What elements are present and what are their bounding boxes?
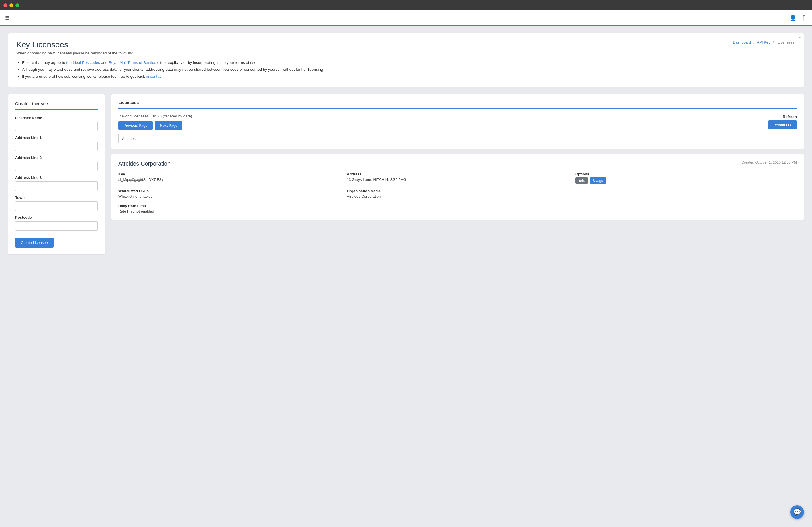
info-list-item-3: If you are unsure of how sublicensing wo… — [22, 73, 796, 80]
town-input[interactable] — [15, 201, 98, 211]
in-contact-link[interactable]: in contact — [146, 74, 162, 78]
page-title: Key Licensees — [16, 40, 796, 49]
address-line1-group: Address Line 1 — [15, 136, 98, 151]
key-label: Key — [118, 172, 340, 176]
address-line2-label: Address Line 2 — [15, 156, 98, 160]
options-field: Options Edit Usage — [575, 172, 797, 184]
usage-button[interactable]: Usage — [590, 177, 607, 184]
breadcrumb-dashboard[interactable]: Dashboard — [733, 40, 751, 44]
organisation-name-field: Organisation Name Atreides Corporation — [347, 189, 568, 199]
edit-button[interactable]: Edit — [575, 177, 588, 184]
town-group: Town — [15, 195, 98, 211]
breadcrumb-licensees: Licensees — [778, 40, 794, 44]
create-licensee-title: Create Licensee — [15, 101, 98, 110]
licensee-company-name: Atreides Corporation — [118, 160, 170, 167]
navbar-right: 👤 ⭱ — [789, 15, 807, 21]
licensees-panel: Licensees Viewing licensees 1 to 25 (ord… — [111, 94, 804, 220]
key-field: Key sl_kfqop0gxgt9SiLDX7IE8x — [118, 172, 340, 184]
daily-rate-limit-value: Rate limit not enabled — [118, 209, 340, 214]
main-content: ↗ Key Licensees When onboarding new lice… — [0, 26, 812, 262]
address-line1-label: Address Line 1 — [15, 136, 98, 140]
licensees-top-section: Licensees Viewing licensees 1 to 25 (ord… — [111, 94, 804, 149]
info-list-item-2: Although you may warehouse and retrieve … — [22, 66, 796, 73]
options-group: Edit Usage — [575, 177, 797, 184]
logout-icon[interactable]: ⭱ — [801, 15, 807, 21]
address-line2-input[interactable] — [15, 162, 98, 171]
postcode-group: Postcode — [15, 215, 98, 231]
address-line3-input[interactable] — [15, 181, 98, 191]
licensee-card-header: Atreides Corporation Created October 1, … — [118, 160, 797, 167]
whitelisted-urls-label: Whitelisted URLs — [118, 189, 340, 193]
licensee-created-date: Created October 1, 2020 12:36 PM — [741, 160, 797, 164]
page-subtitle: When onboarding new licensees please be … — [16, 51, 796, 55]
close-button[interactable] — [3, 3, 7, 7]
licensee-name-input[interactable] — [15, 122, 98, 131]
info-list-item-1: Ensure that they agree to the Ideal Post… — [22, 59, 796, 66]
grid-spacer-1 — [575, 189, 797, 199]
key-value: sl_kfqop0gxgt9SiLDX7IE8x — [118, 177, 340, 182]
whitelisted-urls-field: Whitelisted URLs Whitelist not enabled — [118, 189, 340, 199]
viewing-row: Viewing licensees 1 to 25 (ordered by da… — [118, 114, 797, 130]
next-page-button[interactable]: Next Page — [155, 121, 183, 130]
ideal-postcodes-link[interactable]: the Ideal Postcodes — [66, 60, 100, 65]
royal-mail-link[interactable]: Royal Mail Terms of Service — [108, 60, 156, 65]
refresh-label: Refresh — [768, 115, 797, 119]
two-column-layout: Create Licensee Licensee Name Address Li… — [8, 94, 804, 255]
info-card: ↗ Key Licensees When onboarding new lice… — [8, 33, 804, 87]
daily-rate-limit-label: Daily Rate Limit — [118, 204, 340, 208]
address-line3-label: Address Line 3 — [15, 175, 98, 180]
licensee-detail-card: Atreides Corporation Created October 1, … — [111, 154, 804, 220]
create-licensee-button[interactable]: Create Licensee — [15, 238, 54, 248]
create-licensee-panel: Create Licensee Licensee Name Address Li… — [8, 94, 105, 255]
previous-page-button[interactable]: Previous Page — [118, 121, 153, 130]
options-label: Options — [575, 172, 797, 176]
address-label: Address — [347, 172, 568, 176]
breadcrumb-api-key[interactable]: API Key — [757, 40, 770, 44]
maximize-button[interactable] — [15, 3, 19, 7]
address-line2-group: Address Line 2 — [15, 156, 98, 171]
organisation-name-label: Organisation Name — [347, 189, 568, 193]
refresh-group: Refresh Reload List — [768, 115, 797, 129]
address-value: 13 Grays Lane, HITCHIN, SG5 2HG — [347, 177, 568, 182]
breadcrumb-sep-1: / — [753, 40, 755, 44]
titlebar — [0, 0, 812, 10]
licensees-panel-title: Licensees — [118, 100, 797, 109]
town-label: Town — [15, 195, 98, 200]
hamburger-menu-icon[interactable]: ☰ — [5, 15, 10, 21]
breadcrumb: Dashboard / API Key / Licensees — [733, 40, 796, 44]
licensee-details-grid: Key sl_kfqop0gxgt9SiLDX7IE8x Address 13 … — [118, 172, 797, 214]
expand-icon[interactable]: ↗ — [798, 36, 801, 40]
minimize-button[interactable] — [10, 3, 13, 7]
reload-list-button[interactable]: Reload List — [768, 120, 797, 129]
licensee-search-input[interactable] — [118, 134, 797, 143]
viewing-info: Viewing licensees 1 to 25 (ordered by da… — [118, 114, 192, 118]
whitelisted-urls-value: Whitelist not enabled — [118, 194, 340, 199]
licensee-name-label: Licensee Name — [15, 116, 98, 120]
navbar-left: ☰ — [5, 15, 10, 21]
daily-rate-limit-field: Daily Rate Limit Rate limit not enabled — [118, 204, 340, 214]
address-line3-group: Address Line 3 — [15, 175, 98, 191]
profile-icon[interactable]: 👤 — [789, 15, 797, 21]
postcode-label: Postcode — [15, 215, 98, 220]
breadcrumb-sep-2: / — [773, 40, 775, 44]
licensee-name-group: Licensee Name — [15, 116, 98, 131]
info-list: Ensure that they agree to the Ideal Post… — [16, 59, 796, 80]
navbar: ☰ 👤 ⭱ — [0, 10, 812, 26]
postcode-input[interactable] — [15, 221, 98, 231]
address-line1-input[interactable] — [15, 142, 98, 151]
organisation-name-value: Atreides Corporation — [347, 194, 568, 199]
address-field: Address 13 Grays Lane, HITCHIN, SG5 2HG — [347, 172, 568, 184]
